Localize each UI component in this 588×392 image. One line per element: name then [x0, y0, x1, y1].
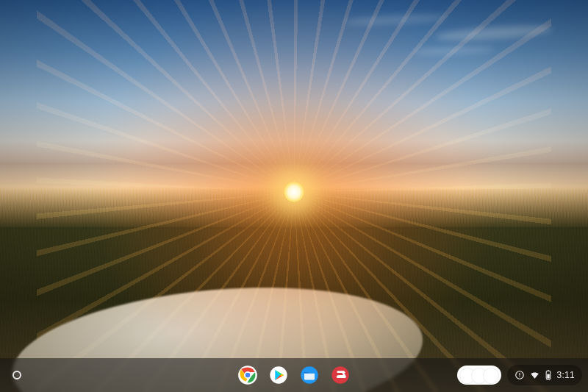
shelf-pinned-apps [237, 364, 351, 386]
files-icon [299, 365, 320, 385]
svg-rect-10 [548, 370, 549, 371]
svg-rect-8 [520, 377, 520, 377]
app-expressvpn[interactable] [329, 364, 351, 386]
chrome-icon [237, 365, 258, 385]
shelf: 3:11 [0, 358, 588, 392]
wifi-icon [529, 370, 540, 380]
expressvpn-icon [330, 365, 351, 385]
play-store-icon [268, 365, 289, 385]
desktop-wallpaper [0, 0, 588, 392]
launcher-icon [12, 371, 21, 379]
svg-rect-7 [520, 373, 520, 376]
holding-space[interactable] [457, 366, 501, 385]
app-play-store[interactable] [268, 364, 290, 386]
system-tray[interactable]: 3:11 [507, 365, 582, 385]
app-chrome[interactable] [237, 364, 259, 386]
notifications-icon [514, 370, 525, 380]
holding-space-item [483, 368, 499, 384]
clock: 3:11 [556, 370, 575, 380]
app-files[interactable] [298, 364, 320, 386]
shelf-status-area: 3:11 [457, 365, 582, 385]
launcher-button[interactable] [6, 364, 28, 386]
battery-icon [545, 370, 552, 380]
svg-rect-11 [548, 374, 551, 379]
